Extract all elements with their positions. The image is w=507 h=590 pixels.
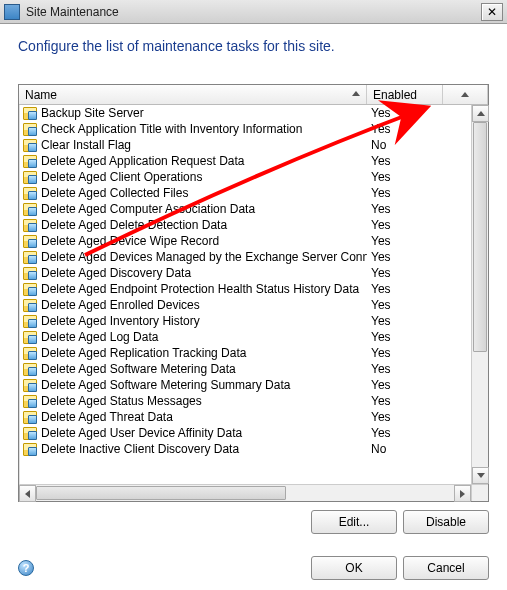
task-icon (23, 395, 37, 408)
table-row[interactable]: Delete Aged Collected FilesYes (19, 185, 471, 201)
task-name: Delete Aged Status Messages (41, 394, 367, 408)
task-enabled: Yes (367, 202, 443, 216)
task-enabled: No (367, 442, 443, 456)
cancel-button[interactable]: Cancel (403, 556, 489, 580)
help-icon[interactable]: ? (18, 560, 34, 576)
task-enabled: Yes (367, 410, 443, 424)
task-name: Delete Aged Collected Files (41, 186, 367, 200)
task-enabled: Yes (367, 298, 443, 312)
task-name: Delete Aged Enrolled Devices (41, 298, 367, 312)
task-name: Delete Aged Endpoint Protection Health S… (41, 282, 367, 296)
scroll-track-vertical[interactable] (472, 122, 488, 467)
task-icon (23, 347, 37, 360)
table-row[interactable]: Delete Aged Endpoint Protection Health S… (19, 281, 471, 297)
table-row[interactable]: Delete Aged Computer Association DataYes (19, 201, 471, 217)
task-name: Delete Aged Log Data (41, 330, 367, 344)
task-icon (23, 123, 37, 136)
horizontal-scrollbar[interactable] (19, 484, 471, 501)
task-icon (23, 443, 37, 456)
column-header-enabled[interactable]: Enabled (367, 85, 443, 104)
app-icon (4, 4, 20, 20)
task-name: Delete Aged Inventory History (41, 314, 367, 328)
table-row[interactable]: Delete Inactive Client Discovery DataNo (19, 441, 471, 457)
close-button[interactable]: ✕ (481, 3, 503, 21)
task-icon (23, 299, 37, 312)
task-name: Delete Aged Application Request Data (41, 154, 367, 168)
task-enabled: Yes (367, 218, 443, 232)
task-icon (23, 427, 37, 440)
table-row[interactable]: Delete Aged Status MessagesYes (19, 393, 471, 409)
table-row[interactable]: Delete Aged Replication Tracking DataYes (19, 345, 471, 361)
task-icon (23, 203, 37, 216)
task-icon (23, 107, 37, 120)
disable-button[interactable]: Disable (403, 510, 489, 534)
content-area: Configure the list of maintenance tasks … (0, 24, 507, 534)
ok-button[interactable]: OK (311, 556, 397, 580)
arrow-up-icon (477, 111, 485, 116)
task-name: Delete Inactive Client Discovery Data (41, 442, 367, 456)
task-name: Delete Aged Computer Association Data (41, 202, 367, 216)
table-row[interactable]: Delete Aged Device Wipe RecordYes (19, 233, 471, 249)
table-row[interactable]: Delete Aged User Device Affinity DataYes (19, 425, 471, 441)
table-row[interactable]: Clear Install FlagNo (19, 137, 471, 153)
arrow-right-icon (460, 490, 465, 498)
task-icon (23, 315, 37, 328)
sort-ascending-icon (352, 91, 360, 96)
task-enabled: Yes (367, 106, 443, 120)
window-title: Site Maintenance (26, 5, 481, 19)
scroll-thumb-vertical[interactable] (473, 122, 487, 352)
column-header-name[interactable]: Name (19, 85, 367, 104)
task-enabled: Yes (367, 266, 443, 280)
scroll-down-button[interactable] (472, 467, 489, 484)
column-header-scroll[interactable] (443, 85, 488, 104)
vertical-scrollbar[interactable] (471, 105, 488, 484)
scroll-up-button[interactable] (472, 105, 489, 122)
task-name: Backup Site Server (41, 106, 367, 120)
column-header-name-label: Name (25, 88, 57, 102)
table-row[interactable]: Check Application Title with Inventory I… (19, 121, 471, 137)
task-name: Delete Aged Software Metering Data (41, 362, 367, 376)
close-icon: ✕ (487, 5, 497, 19)
task-enabled: Yes (367, 154, 443, 168)
task-icon (23, 187, 37, 200)
task-enabled: Yes (367, 234, 443, 248)
task-name: Check Application Title with Inventory I… (41, 122, 367, 136)
table-row[interactable]: Delete Aged Client OperationsYes (19, 169, 471, 185)
chevron-up-icon (461, 92, 469, 97)
titlebar: Site Maintenance ✕ (0, 0, 507, 24)
page-heading: Configure the list of maintenance tasks … (18, 38, 489, 54)
task-enabled: Yes (367, 426, 443, 440)
task-icon (23, 171, 37, 184)
edit-button[interactable]: Edit... (311, 510, 397, 534)
task-enabled: Yes (367, 282, 443, 296)
task-icon (23, 155, 37, 168)
task-icon (23, 411, 37, 424)
task-enabled: Yes (367, 362, 443, 376)
table-row[interactable]: Delete Aged Delete Detection DataYes (19, 217, 471, 233)
table-row[interactable]: Delete Aged Enrolled DevicesYes (19, 297, 471, 313)
table-row[interactable]: Backup Site ServerYes (19, 105, 471, 121)
task-name: Delete Aged Delete Detection Data (41, 218, 367, 232)
scroll-track-horizontal[interactable] (36, 485, 454, 501)
task-enabled: Yes (367, 346, 443, 360)
table-row[interactable]: Delete Aged Software Metering DataYes (19, 361, 471, 377)
task-enabled: Yes (367, 186, 443, 200)
scroll-left-button[interactable] (19, 485, 36, 502)
scroll-thumb-horizontal[interactable] (36, 486, 286, 500)
table-row[interactable]: Delete Aged Inventory HistoryYes (19, 313, 471, 329)
scroll-corner (471, 484, 488, 501)
scroll-right-button[interactable] (454, 485, 471, 502)
task-icon (23, 379, 37, 392)
task-enabled: Yes (367, 330, 443, 344)
task-name: Delete Aged Software Metering Summary Da… (41, 378, 367, 392)
table-row[interactable]: Delete Aged Discovery DataYes (19, 265, 471, 281)
table-row[interactable]: Delete Aged Log DataYes (19, 329, 471, 345)
table-row[interactable]: Delete Aged Software Metering Summary Da… (19, 377, 471, 393)
table-row[interactable]: Delete Aged Application Request DataYes (19, 153, 471, 169)
table-row[interactable]: Delete Aged Threat DataYes (19, 409, 471, 425)
table-row[interactable]: Delete Aged Devices Managed by the Excha… (19, 249, 471, 265)
task-name: Clear Install Flag (41, 138, 367, 152)
task-name: Delete Aged Discovery Data (41, 266, 367, 280)
task-name: Delete Aged Threat Data (41, 410, 367, 424)
task-enabled: Yes (367, 170, 443, 184)
